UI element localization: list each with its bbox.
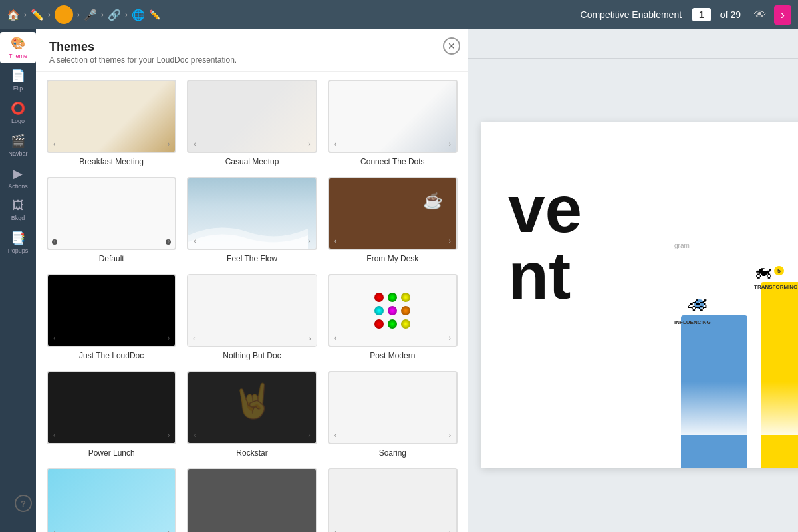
theme-card-soaring[interactable]: ‹› Soaring: [328, 371, 458, 458]
theme-name-connect-the-dots: Connect The Dots: [328, 157, 458, 166]
theme-preview-bottom2: ‹›: [187, 468, 317, 532]
theme-card-bottom1[interactable]: ‹›: [47, 468, 176, 532]
next-button-top[interactable]: ›: [774, 5, 791, 25]
theme-card-nothing-but-doc[interactable]: ‹› Nothing But Doc: [187, 274, 317, 360]
flip-icon: 📄: [11, 68, 25, 83]
total-pages: of 29: [720, 9, 741, 20]
theme-name-from-my-desk: From My Desk: [328, 254, 458, 263]
theme-card-just-the-louddoc[interactable]: ‹› Just The LoudDoc: [47, 274, 176, 360]
themes-header: Themes A selection of themes for your Lo…: [36, 29, 468, 72]
sidebar-item-navbar[interactable]: 🎬 Navbar: [0, 130, 36, 161]
preview-nav-frommydesk: ‹›: [329, 237, 456, 245]
slide-text-area: ve nt: [508, 176, 582, 309]
popups-icon: 📑: [11, 231, 25, 245]
sidebar-item-bkgd-label: Bkgd: [11, 215, 25, 221]
theme-name-feel-the-flow: Feel The Flow: [187, 254, 317, 263]
sidebar-item-navbar-label: Navbar: [8, 150, 27, 157]
themes-close-button[interactable]: ✕: [443, 37, 460, 55]
preview-nav-bottom2: ‹›: [188, 529, 315, 532]
label-transforming: TRANSFORMING: [754, 284, 797, 290]
theme-card-feel-the-flow[interactable]: ‹› Feel The Flow: [187, 177, 317, 263]
theme-preview-power-lunch: ‹›: [47, 371, 176, 444]
left-sidebar: 🎨 Theme 📄 Flip ⭕ Logo 🎬 Navbar ▶ Actions…: [0, 29, 36, 532]
themes-grid-container: ‹› Breakfast Meeting ‹› Casual Meetup: [36, 72, 468, 532]
race-car-1-icon: 🏎: [688, 293, 708, 315]
preview-nav-postmodern: ‹›: [329, 334, 456, 342]
main-area: 🎨 Theme 📄 Flip ⭕ Logo 🎬 Navbar ▶ Actions…: [0, 29, 798, 532]
theme-name-post-modern: Post Modern: [328, 351, 458, 360]
preview-nav-default: ‹›: [48, 237, 175, 245]
bkgd-icon: 🖼: [12, 199, 24, 213]
theme-card-bottom2[interactable]: ‹›: [187, 468, 317, 532]
navbar-icon: 🎬: [11, 134, 25, 148]
preview-nav-bottom3: ‹›: [329, 529, 456, 532]
theme-preview-breakfast-meeting: ‹›: [47, 80, 176, 153]
right-toolbar: 🏠 🔍 ℹ 🔗 ⬇: [468, 29, 798, 59]
sidebar-item-flip-label: Flip: [13, 85, 23, 92]
theme-preview-post-modern: ‹›: [328, 274, 458, 347]
sidebar-item-logo[interactable]: ⭕ Logo: [0, 97, 36, 128]
theme-icon: 🎨: [11, 36, 25, 51]
page-number-box[interactable]: 1: [692, 8, 711, 21]
sidebar-item-popups-label: Popups: [8, 247, 29, 254]
preview-nav-connect: ‹›: [329, 140, 456, 148]
themes-subtitle: A selection of themes for your LoudDoc p…: [49, 55, 455, 65]
theme-preview-casual-meetup: ‹›: [187, 80, 317, 153]
sidebar-item-popups[interactable]: 📑 Popups: [0, 227, 36, 258]
theme-preview-rockstar: ‹›: [187, 371, 317, 444]
theme-name-rockstar: Rockstar: [187, 448, 317, 458]
theme-name-default: Default: [47, 254, 176, 263]
slide-label-gram: gram: [674, 242, 690, 249]
eye-button[interactable]: 👁: [750, 5, 770, 25]
share-icon-top[interactable]: 🔗: [108, 9, 121, 21]
race-car-2-icon: 🏍: [754, 260, 773, 282]
preview-nav-breakfast: ‹›: [48, 140, 175, 148]
sidebar-item-theme[interactable]: 🎨 Theme: [0, 32, 36, 63]
theme-card-rockstar[interactable]: ‹› Rockstar: [187, 371, 317, 458]
theme-preview-soaring: ‹›: [328, 371, 458, 444]
slide-text-ve: ve: [508, 176, 582, 242]
home-icon[interactable]: 🏠: [7, 9, 20, 21]
theme-preview-default: ‹›: [47, 177, 176, 250]
help-icon: ?: [21, 499, 26, 509]
theme-card-power-lunch[interactable]: ‹› Power Lunch: [47, 371, 176, 458]
theme-name-breakfast-meeting: Breakfast Meeting: [47, 157, 176, 166]
theme-card-casual-meetup[interactable]: ‹› Casual Meetup: [187, 80, 317, 166]
sidebar-item-bkgd[interactable]: 🖼 Bkgd: [0, 195, 36, 225]
badge-5: 5: [774, 266, 784, 275]
sidebar-item-actions-label: Actions: [8, 183, 28, 190]
preview-nav-soaring: ‹›: [329, 432, 456, 439]
theme-preview-bottom1: ‹›: [47, 468, 176, 532]
theme-card-bottom3[interactable]: ‹›: [328, 468, 458, 532]
theme-preview-nothing-but-doc: ‹›: [187, 274, 317, 347]
theme-name-just-the-louddoc: Just The LoudDoc: [47, 351, 176, 360]
preview-nav-feeltheflow: ‹›: [188, 237, 315, 245]
theme-card-default[interactable]: ‹› Default: [47, 177, 176, 263]
preview-nav-nothing: ‹›: [188, 335, 316, 342]
theme-preview-connect-the-dots: ‹›: [328, 80, 458, 153]
help-button[interactable]: ?: [15, 495, 32, 512]
close-icon: ✕: [448, 41, 456, 51]
preview-nav-powerlunch: ‹›: [48, 432, 175, 439]
theme-card-breakfast-meeting[interactable]: ‹› Breakfast Meeting: [47, 80, 176, 166]
topbar: 🏠 › ✏️ › › 🎤 › 🔗 › 🌐 ✏️ Competitive Enab…: [0, 0, 798, 29]
theme-card-connect-the-dots[interactable]: ‹› Connect The Dots: [328, 80, 458, 166]
mic-icon[interactable]: 🎤: [84, 9, 97, 21]
globe-icon[interactable]: 🌐: [132, 9, 145, 21]
pencil-icon: ✏️: [149, 9, 160, 20]
sidebar-item-theme-label: Theme: [9, 53, 27, 59]
preview-nav-justthe: ‹›: [48, 334, 175, 342]
slide-text-nt: nt: [508, 242, 582, 309]
theme-card-from-my-desk[interactable]: ‹› From My Desk: [328, 177, 458, 263]
theme-name-soaring: Soaring: [328, 448, 458, 458]
slide-canvas: ve nt gram 4 5 INFLUENCING TRANSFORMING …: [468, 59, 798, 532]
theme-card-post-modern[interactable]: ‹› Post Modern: [328, 274, 458, 360]
sidebar-item-actions[interactable]: ▶ Actions: [0, 162, 36, 194]
preview-nav-casual: ‹›: [188, 140, 315, 148]
presentation-title: Competitive Enablement: [581, 9, 682, 20]
theme-name-casual-meetup: Casual Meetup: [187, 157, 317, 166]
sidebar-item-flip[interactable]: 📄 Flip: [0, 65, 36, 96]
label-influencing: INFLUENCING: [674, 319, 711, 325]
edit-icon[interactable]: ✏️: [31, 9, 44, 21]
sidebar-item-logo-label: Logo: [11, 118, 25, 124]
